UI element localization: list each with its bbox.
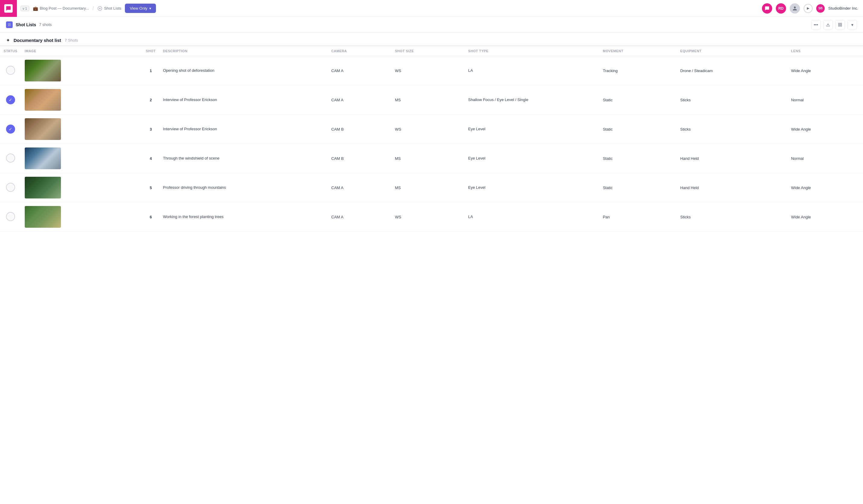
more-options-button[interactable]: ••• [811, 20, 821, 29]
company-avatar[interactable]: SB [816, 4, 825, 13]
status-cell[interactable] [0, 144, 21, 173]
user-avatar[interactable]: RD [776, 3, 786, 14]
briefcase-icon: 💼 [33, 6, 38, 11]
shot-thumbnail [25, 89, 61, 111]
person-icon [792, 6, 797, 11]
shot-size-cell: MS [391, 85, 464, 115]
shots-count-label: 7 Shots [65, 38, 78, 42]
table-header-row: STATUS IMAGE SHOT DESCRIPTION CAMERA SHO… [0, 46, 863, 56]
image-cell [21, 85, 142, 115]
download-button[interactable] [823, 20, 833, 29]
col-shot-type: SHOT TYPE [464, 46, 599, 56]
image-cell [21, 144, 142, 173]
nav-separator: / [92, 6, 94, 11]
status-cell[interactable] [0, 202, 21, 232]
shot-number: 2 [142, 85, 159, 115]
col-shot: SHOT [142, 46, 159, 56]
col-description: DESCRIPTION [159, 46, 328, 56]
status-empty-icon[interactable] [6, 153, 15, 163]
shot-description: Interview of Professor Erickson [159, 85, 328, 115]
shot-size-cell: WS [391, 56, 464, 85]
chevron-down-button[interactable]: ▾ [847, 20, 857, 29]
col-camera: CAMERA [328, 46, 391, 56]
camera-cell: CAM A [328, 85, 391, 115]
shot-number: 5 [142, 173, 159, 202]
shot-thumbnail [25, 148, 61, 169]
shot-type-cell: Eye Level [464, 144, 599, 173]
chat-icon [4, 4, 13, 13]
shot-lists-small-icon [6, 22, 13, 28]
status-empty-icon[interactable] [6, 212, 15, 221]
breadcrumb-item[interactable]: 💼 Blog Post — Documentary... [33, 6, 89, 11]
shot-number: 6 [142, 202, 159, 232]
play-button[interactable]: ▶ [803, 4, 813, 13]
nav-right: RD ▶ SB StudioBinder Inc. [762, 3, 858, 14]
section-title: Documentary shot list [14, 38, 61, 43]
shot-type-cell: LA [464, 202, 599, 232]
col-movement: MOVEMENT [599, 46, 677, 56]
lens-cell: Wide Angle [787, 173, 863, 202]
shot-type-cell: Eye Level [464, 115, 599, 144]
status-cell[interactable] [0, 56, 21, 85]
status-cell[interactable]: ✓ [0, 85, 21, 115]
shot-number: 3 [142, 115, 159, 144]
version-badge: v 1 [21, 6, 29, 11]
table-row: 4Through the windshield of sceneCAM BMSE… [0, 144, 863, 173]
breadcrumb-text: Blog Post — Documentary... [40, 6, 89, 11]
col-lens: LENS [787, 46, 863, 56]
view-only-button[interactable]: View Only [125, 4, 155, 13]
top-nav: v 1 💼 Blog Post — Documentary... / Shot … [0, 0, 863, 17]
person-icon-avatar[interactable] [790, 3, 800, 14]
shot-size-cell: MS [391, 173, 464, 202]
svg-rect-2 [840, 23, 841, 24]
camera-cell: CAM B [328, 144, 391, 173]
col-shot-size: SHOT SIZE [391, 46, 464, 56]
shot-lists-nav-label: Shot Lists [104, 6, 121, 11]
notification-avatar[interactable] [762, 3, 772, 14]
shot-size-cell: WS [391, 115, 464, 144]
movement-cell: Tracking [599, 56, 677, 85]
status-empty-icon[interactable] [6, 66, 15, 75]
shot-size-cell: MS [391, 144, 464, 173]
shot-number: 1 [142, 56, 159, 85]
col-equipment: EQUIPMENT [677, 46, 787, 56]
lens-cell: Wide Angle [787, 56, 863, 85]
table-row: 5Professor driving through mountainsCAM … [0, 173, 863, 202]
camera-cell: CAM A [328, 173, 391, 202]
shot-description: Through the windshield of scene [159, 144, 328, 173]
status-cell[interactable] [0, 173, 21, 202]
shot-type-cell: LA [464, 56, 599, 85]
svg-rect-4 [839, 25, 840, 26]
equipment-cell: Sticks [677, 115, 787, 144]
company-name: StudioBinder Inc. [828, 6, 858, 11]
list-icon [8, 23, 11, 27]
camera-cell: CAM A [328, 56, 391, 85]
status-done-icon[interactable]: ✓ [6, 95, 15, 104]
status-cell[interactable]: ✓ [0, 115, 21, 144]
shot-thumbnail [25, 118, 61, 140]
download-icon [826, 23, 830, 27]
bell-icon [765, 6, 770, 11]
sub-header-left: Shot Lists 7 shots [6, 22, 52, 28]
equipment-cell: Sticks [677, 202, 787, 232]
logo-area [0, 0, 17, 17]
movement-cell: Static [599, 173, 677, 202]
equipment-cell: Drone / Steadicam [677, 56, 787, 85]
col-image: IMAGE [21, 46, 142, 56]
shot-size-cell: WS [391, 202, 464, 232]
table-row: ✓2Interview of Professor EricksonCAM AMS… [0, 85, 863, 115]
status-done-icon[interactable]: ✓ [6, 125, 15, 134]
status-empty-icon[interactable] [6, 183, 15, 192]
svg-rect-3 [840, 25, 841, 26]
equipment-cell: Hand Held [677, 144, 787, 173]
sub-header-actions: ••• ▾ [811, 20, 857, 29]
view-toggle-button[interactable] [835, 20, 845, 29]
shot-lists-nav[interactable]: Shot Lists [98, 6, 121, 11]
shot-count-badge: 7 shots [39, 22, 52, 27]
shot-description: Professor driving through mountains [159, 173, 328, 202]
shot-list-table: STATUS IMAGE SHOT DESCRIPTION CAMERA SHO… [0, 46, 863, 232]
image-cell [21, 202, 142, 232]
equipment-cell: Hand Held [677, 173, 787, 202]
shot-thumbnail [25, 177, 61, 199]
shot-type-cell: Eye Level [464, 173, 599, 202]
